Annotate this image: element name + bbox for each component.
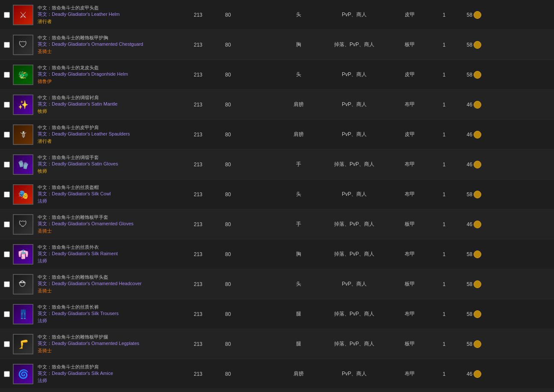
- row-checkbox[interactable]: [4, 251, 10, 257]
- item-name-en[interactable]: 英文：Deadly Gladiator's Ornamented Headcov…: [38, 280, 180, 287]
- item-name-cn: 中文：致命角斗士的丝质外衣: [38, 244, 180, 251]
- row-checkbox[interactable]: [4, 281, 10, 287]
- item-name-en[interactable]: 英文：Deadly Gladiator's Leather Helm: [38, 11, 180, 18]
- item-slot: 头: [277, 11, 320, 18]
- item-slot: 头: [277, 280, 320, 288]
- item-qty: 1: [431, 221, 457, 227]
- item-qty: 1: [431, 341, 457, 347]
- item-name-cn: 中文：致命角斗士的雕饰板甲护胸: [38, 35, 180, 41]
- item-name-en[interactable]: 英文：Deadly Gladiator's Satin Mantle: [38, 101, 180, 107]
- item-price: 58: [457, 191, 491, 198]
- row-checkbox[interactable]: [4, 192, 10, 197]
- item-price: 58: [457, 41, 491, 49]
- table-row: ⛓中文：致命角斗士的鳞甲护腿英文：Deadly Gladiator's Link…: [0, 389, 554, 392]
- item-icon: 🗡: [13, 124, 33, 145]
- table-row: 🎭中文：致命角斗士的丝质盔帽英文：Deadly Gladiator's Silk…: [0, 180, 554, 209]
- item-ilvl: 213: [183, 42, 213, 48]
- table-row: 🗡中文：致命角斗士的皮甲护肩英文：Deadly Gladiator's Leat…: [0, 120, 554, 150]
- table-row: ✨中文：致命角斗士的绸缎衬肩英文：Deadly Gladiator's Sati…: [0, 90, 554, 120]
- item-ilvl: 213: [183, 281, 213, 287]
- item-price: 46: [457, 370, 491, 378]
- item-type: 布甲: [388, 101, 431, 108]
- item-source: PvP、商人: [320, 11, 388, 18]
- item-name-cn: 中文：致命角斗士的丝质盔帽: [38, 184, 180, 191]
- item-type: 皮甲: [388, 71, 431, 78]
- item-names: 中文：致命角斗士的雕饰板甲护腿英文：Deadly Gladiator's Orn…: [38, 334, 183, 354]
- item-name-en[interactable]: 英文：Deadly Gladiator's Ornamented Chestgu…: [38, 41, 180, 47]
- item-ilvl: 213: [183, 221, 213, 227]
- item-source: 掉落、PvP、商人: [320, 310, 388, 318]
- item-name-en[interactable]: 英文：Deadly Gladiator's Ornamented Legplat…: [38, 340, 180, 347]
- item-source: 掉落、PvP、商人: [320, 251, 388, 258]
- row-checkbox[interactable]: [4, 341, 10, 347]
- item-class: 圣骑士: [38, 48, 180, 55]
- table-row: 👘中文：致命角斗士的丝质外衣英文：Deadly Gladiator's Silk…: [0, 239, 554, 269]
- item-qty: 1: [431, 251, 457, 257]
- item-type: 板甲: [388, 280, 431, 288]
- item-source: 掉落、PvP、商人: [320, 221, 388, 228]
- table-row: ⚔中文：致命角斗士的皮甲头盔英文：Deadly Gladiator's Leat…: [0, 0, 554, 30]
- gold-icon: [474, 71, 481, 79]
- item-class: 圣骑士: [38, 348, 180, 354]
- item-slot: 手: [277, 221, 320, 228]
- item-name-cn: 中文：致命角斗士的丝质长裤: [38, 304, 180, 310]
- item-name-en[interactable]: 英文：Deadly Gladiator's Silk Amice: [38, 370, 180, 377]
- item-source: 掉落、PvP、商人: [320, 161, 388, 168]
- item-class: 德鲁伊: [38, 78, 180, 85]
- item-price: 58: [457, 280, 491, 288]
- row-checkbox[interactable]: [4, 162, 10, 168]
- item-name-en[interactable]: 英文：Deadly Gladiator's Ornamented Gloves: [38, 221, 180, 227]
- item-qty: 1: [431, 132, 457, 138]
- item-name-en[interactable]: 英文：Deadly Gladiator's Silk Cowl: [38, 191, 180, 197]
- row-checkbox[interactable]: [4, 42, 10, 48]
- item-ilvl: 213: [183, 192, 213, 197]
- item-icon: 🛡: [13, 35, 33, 55]
- row-checkbox[interactable]: [4, 311, 10, 317]
- item-names: 中文：致命角斗士的雕饰板甲头盔英文：Deadly Gladiator's Orn…: [38, 274, 183, 294]
- item-level: 80: [213, 72, 243, 78]
- item-level: 80: [213, 132, 243, 138]
- item-name-en[interactable]: 英文：Deadly Gladiator's Silk Trousers: [38, 310, 180, 317]
- item-ilvl: 213: [183, 132, 213, 138]
- row-checkbox[interactable]: [4, 12, 10, 18]
- item-price: 58: [457, 11, 491, 19]
- row-checkbox[interactable]: [4, 102, 10, 108]
- row-checkbox[interactable]: [4, 221, 10, 227]
- row-checkbox[interactable]: [4, 132, 10, 138]
- item-qty: 1: [431, 12, 457, 18]
- item-source: PvP、商人: [320, 280, 388, 288]
- item-type: 布甲: [388, 191, 431, 198]
- item-slot: 肩膀: [277, 370, 320, 377]
- item-icon: 🛡: [13, 214, 33, 235]
- gold-icon: [474, 41, 481, 49]
- item-type: 布甲: [388, 310, 431, 318]
- item-price: 46: [457, 101, 491, 109]
- row-checkbox[interactable]: [4, 72, 10, 78]
- item-name-en[interactable]: 英文：Deadly Gladiator's Satin Gloves: [38, 161, 180, 167]
- item-source: 掉落、PvP、商人: [320, 340, 388, 348]
- item-icon: 🌀: [13, 364, 33, 384]
- item-price: 58: [457, 310, 491, 318]
- table-row: 🧤中文：致命角斗士的绸缎手套英文：Deadly Gladiator's Sati…: [0, 150, 554, 180]
- item-slot: 头: [277, 71, 320, 78]
- item-ilvl: 213: [183, 311, 213, 317]
- item-slot: 肩膀: [277, 131, 320, 138]
- item-qty: 1: [431, 371, 457, 377]
- item-icon: 👘: [13, 244, 33, 265]
- item-name-en[interactable]: 英文：Deadly Gladiator's Leather Spaulders: [38, 131, 180, 137]
- item-source: PvP、商人: [320, 191, 388, 198]
- item-level: 80: [213, 12, 243, 18]
- item-class: 牧师: [38, 168, 180, 174]
- item-ilvl: 213: [183, 251, 213, 257]
- item-names: 中文：致命角斗士的皮甲护肩英文：Deadly Gladiator's Leath…: [38, 124, 183, 144]
- gold-icon: [474, 191, 481, 198]
- item-name-en[interactable]: 英文：Deadly Gladiator's Dragonhide Helm: [38, 71, 180, 77]
- gold-icon: [474, 310, 481, 318]
- table-row: 🦵中文：致命角斗士的雕饰板甲护腿英文：Deadly Gladiator's Or…: [0, 329, 554, 359]
- item-type: 板甲: [388, 41, 431, 48]
- item-slot: 腿: [277, 340, 320, 348]
- item-type: 布甲: [388, 161, 431, 168]
- row-checkbox[interactable]: [4, 371, 10, 377]
- item-name-en[interactable]: 英文：Deadly Gladiator's Silk Raiment: [38, 251, 180, 257]
- gold-icon: [474, 340, 481, 348]
